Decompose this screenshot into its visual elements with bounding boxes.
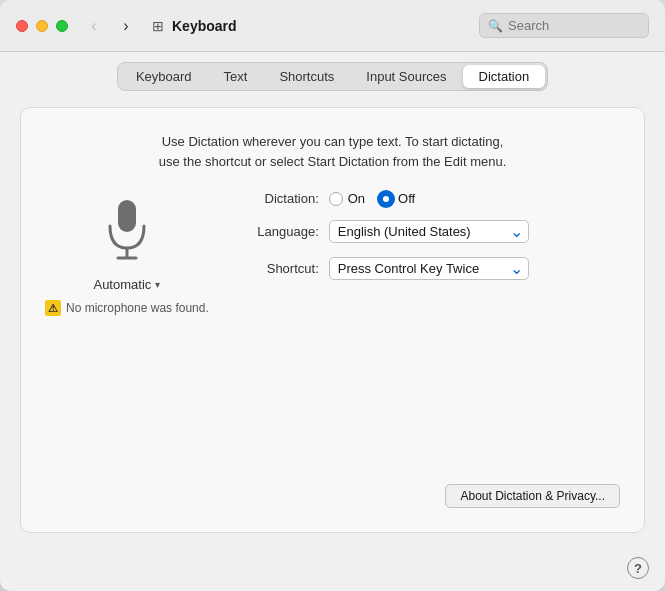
shortcut-select-wrapper: Press Control Key Twice ⌄ [329, 257, 529, 280]
tab-input-sources[interactable]: Input Sources [350, 65, 462, 88]
dictation-radio-group: On Off [329, 191, 415, 206]
radio-off[interactable]: Off [379, 191, 415, 206]
chevron-down-icon: ▾ [155, 279, 160, 290]
main-area: Automatic ▾ ⚠ No microphone was found. D… [45, 191, 620, 316]
warning-text: No microphone was found. [66, 301, 209, 315]
shortcut-field-label: Shortcut: [229, 261, 319, 276]
help-button[interactable]: ? [627, 557, 649, 579]
dictation-field-label: Dictation: [229, 191, 319, 206]
content-card: Use Dictation wherever you can type text… [20, 107, 645, 533]
mic-label-row[interactable]: Automatic ▾ [93, 277, 160, 292]
microphone-icon [97, 191, 157, 271]
language-select-wrapper: English (United States) ⌄ [329, 220, 529, 243]
traffic-lights [16, 20, 68, 32]
language-row: Language: English (United States) ⌄ [229, 220, 620, 243]
grid-icon: ⊞ [152, 18, 164, 34]
search-icon: 🔍 [488, 19, 503, 33]
radio-off-input[interactable] [379, 192, 393, 206]
minimize-button[interactable] [36, 20, 48, 32]
language-field-label: Language: [229, 224, 319, 239]
radio-on-label: On [348, 191, 365, 206]
nav-buttons: ‹ › [80, 16, 140, 36]
shortcut-row: Shortcut: Press Control Key Twice ⌄ [229, 257, 620, 280]
bottom-bar: About Dictation & Privacy... [45, 468, 620, 508]
tab-shortcuts[interactable]: Shortcuts [263, 65, 350, 88]
titlebar: ‹ › ⊞ Keyboard 🔍 [0, 0, 665, 52]
radio-on-input[interactable] [329, 192, 343, 206]
mic-label: Automatic [93, 277, 151, 292]
tab-keyboard[interactable]: Keyboard [120, 65, 208, 88]
close-button[interactable] [16, 20, 28, 32]
radio-off-label: Off [398, 191, 415, 206]
main-window: ‹ › ⊞ Keyboard 🔍 Keyboard Text Shortcuts… [0, 0, 665, 591]
dictation-toggle-row: Dictation: On Off [229, 191, 620, 206]
back-button[interactable]: ‹ [80, 16, 108, 36]
about-button[interactable]: About Dictation & Privacy... [445, 484, 620, 508]
window-title: Keyboard [172, 18, 479, 34]
tab-bar: Keyboard Text Shortcuts Input Sources Di… [117, 62, 548, 91]
footer: ? [0, 549, 665, 591]
forward-button[interactable]: › [112, 16, 140, 36]
warning-row: ⚠ No microphone was found. [45, 300, 209, 316]
tab-text[interactable]: Text [208, 65, 264, 88]
description-text: Use Dictation wherever you can type text… [45, 132, 620, 171]
search-input[interactable] [508, 18, 640, 33]
radio-on[interactable]: On [329, 191, 365, 206]
shortcut-select[interactable]: Press Control Key Twice [329, 257, 529, 280]
language-select[interactable]: English (United States) [329, 220, 529, 243]
content-area: Use Dictation wherever you can type text… [0, 91, 665, 549]
warning-icon: ⚠ [45, 300, 61, 316]
settings-section: Dictation: On Off [229, 191, 620, 280]
svg-rect-0 [118, 200, 136, 232]
mic-section: Automatic ▾ ⚠ No microphone was found. [45, 191, 209, 316]
tabs-row: Keyboard Text Shortcuts Input Sources Di… [0, 52, 665, 91]
maximize-button[interactable] [56, 20, 68, 32]
search-box[interactable]: 🔍 [479, 13, 649, 38]
tab-dictation[interactable]: Dictation [463, 65, 546, 88]
